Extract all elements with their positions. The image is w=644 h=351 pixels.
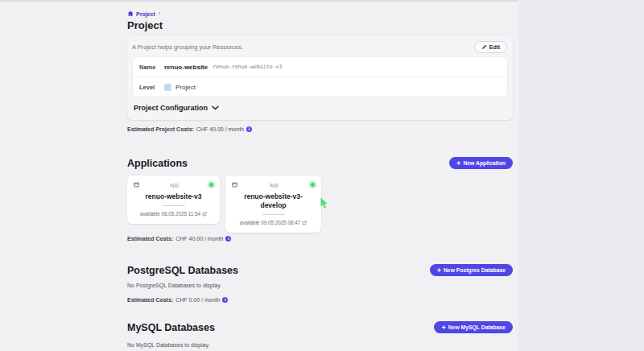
divider [262, 214, 285, 215]
project-card: A Project helps grouping your Resources.… [127, 35, 513, 120]
project-configuration-label: Project Configuration [134, 104, 208, 112]
new-mysql-database-label: New MySQL Database [448, 324, 506, 330]
applications-title: Applications [127, 158, 188, 169]
pencil-icon [481, 44, 487, 50]
info-icon[interactable]: i [222, 297, 228, 303]
application-name: renuo-website-v3-develop [232, 192, 315, 210]
plus-icon: + [456, 162, 460, 165]
chevron-right-icon: › [159, 10, 161, 17]
application-card[interactable]: app renuo-website-v3-develop available 0… [225, 176, 321, 233]
project-attributes-table: Name renuo-website renuo-renuo-website-v… [133, 57, 507, 97]
application-name: renuo-website-v3 [134, 192, 213, 201]
breadcrumb-project-link[interactable]: Project [127, 10, 155, 17]
mouse-cursor [320, 197, 328, 213]
mysql-header: MySQL Databases + New MySQL Database [127, 321, 513, 333]
application-card[interactable]: app renuo-website-v3 available 08.05.202… [127, 176, 220, 224]
project-costs: Estimated Project Costs: CHF 40.00 / mon… [127, 126, 252, 132]
application-card-top: app [232, 181, 315, 188]
application-card-list: app renuo-website-v3 available 08.05.202… [127, 176, 321, 233]
new-application-label: New Application [463, 160, 506, 166]
applications-costs-value: CHF 40.00 / month [175, 236, 223, 242]
level-label: Level [139, 84, 164, 91]
application-card-top: app [134, 181, 213, 188]
info-icon[interactable]: i [225, 236, 231, 242]
applications-costs-label: Estimated Costs: [127, 236, 173, 242]
edit-button[interactable]: Edit [474, 41, 507, 53]
new-application-button[interactable]: + New Application [449, 157, 513, 169]
status-online-icon [209, 183, 213, 187]
postgresql-header: PostgreSQL Databases + New Postgres Data… [127, 264, 513, 276]
plus-icon: + [437, 269, 441, 272]
application-type-label: app [170, 182, 179, 188]
level-value: Project [175, 84, 196, 91]
application-availability: available 09.05.2025 08:47 [240, 220, 301, 225]
project-description: A Project helps grouping your Resources. [132, 43, 243, 51]
new-postgres-database-label: New Postgres Database [444, 267, 506, 273]
info-icon[interactable]: i [246, 126, 252, 132]
page-title: Project [127, 19, 163, 31]
home-icon [127, 10, 134, 17]
edit-button-label: Edit [489, 44, 500, 50]
window-icon [134, 182, 139, 188]
status-online-icon [311, 183, 315, 187]
plus-icon: + [441, 326, 445, 329]
name-slug: renuo-renuo-website-v3 [213, 64, 282, 70]
divider [163, 205, 185, 206]
name-label: Name [139, 64, 164, 71]
window-icon [232, 182, 237, 188]
application-type-label: app [270, 182, 279, 188]
postgresql-costs-value: CHF 0.00 / month [175, 297, 220, 303]
project-card-header: A Project helps grouping your Resources.… [127, 35, 513, 57]
postgresql-costs: Estimated Costs: CHF 0.00 / month i [127, 297, 228, 303]
level-badge-icon [164, 84, 171, 91]
project-costs-label: Estimated Project Costs: [127, 126, 194, 132]
application-availability-link[interactable]: available 09.05.2025 08:47 [232, 220, 315, 225]
external-link-icon [302, 221, 307, 225]
applications-header: Applications + New Application [127, 157, 513, 169]
breadcrumb: Project › [127, 10, 160, 17]
breadcrumb-project-label: Project [136, 11, 155, 17]
project-costs-value: CHF 40.00 / month [196, 126, 244, 132]
table-row-level: Level Project [133, 76, 507, 97]
external-link-icon [202, 212, 207, 217]
name-value: renuo-website [164, 64, 208, 71]
new-mysql-database-button[interactable]: + New MySQL Database [434, 321, 513, 333]
new-postgres-database-button[interactable]: + New Postgres Database [430, 264, 513, 276]
application-availability-link[interactable]: available 08.05.2025 11:54 [134, 211, 213, 217]
project-configuration-toggle[interactable]: Project Configuration [127, 97, 513, 120]
mysql-empty-message: No MySQL Databases to display. [127, 342, 209, 348]
postgresql-costs-label: Estimated Costs: [127, 297, 173, 303]
mysql-title: MySQL Databases [127, 322, 215, 333]
chevron-down-icon [212, 105, 219, 110]
applications-costs: Estimated Costs: CHF 40.00 / month i [127, 236, 231, 242]
right-background-panel [518, 0, 644, 351]
table-row-name: Name renuo-website renuo-renuo-website-v… [133, 57, 507, 76]
postgresql-title: PostgreSQL Databases [127, 265, 238, 276]
application-availability: available 08.05.2025 11:54 [140, 211, 200, 217]
postgresql-empty-message: No PostgreSQL Databases to display. [127, 283, 221, 288]
